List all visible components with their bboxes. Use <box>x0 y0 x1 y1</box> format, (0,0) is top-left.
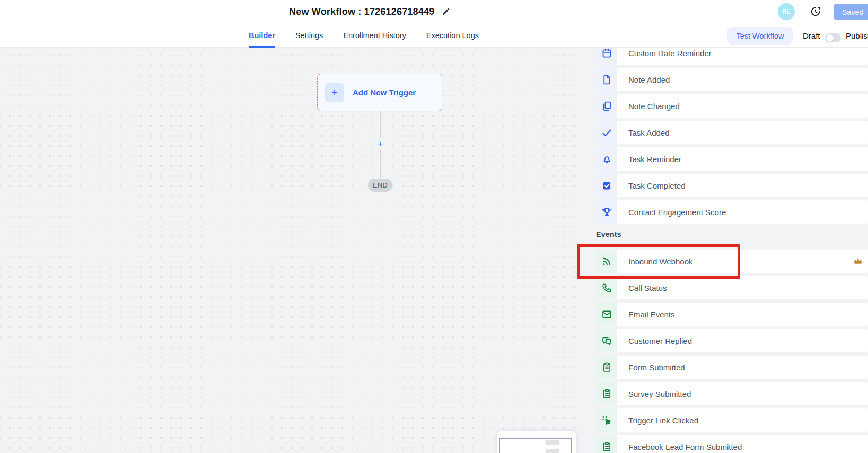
publish-label: Publish <box>846 23 868 48</box>
trigger-item-note-added[interactable]: Note Added <box>596 68 868 91</box>
clipboard-icon <box>601 388 612 399</box>
bell-icon <box>601 154 612 165</box>
note-icon <box>601 74 612 85</box>
plus-icon: + <box>325 83 344 102</box>
saved-button[interactable]: Saved <box>834 4 868 20</box>
minimap-node-bar <box>546 449 559 453</box>
tab-settings[interactable]: Settings <box>295 23 323 48</box>
minimap-node-bar <box>546 440 559 445</box>
toggle-knob <box>826 34 834 42</box>
avatar[interactable]: RL <box>778 3 795 20</box>
trigger-sidebar: Custom Date Reminder Note Added Note Cha… <box>583 48 868 453</box>
trigger-item-task-added[interactable]: Task Added <box>596 121 868 144</box>
workflow-canvas[interactable]: + Add New Trigger + END <box>0 48 583 453</box>
add-step-plus-icon[interactable]: + <box>374 138 387 150</box>
draft-label: Draft <box>803 23 820 48</box>
edit-title-pencil-icon[interactable] <box>442 7 450 16</box>
trigger-item-custom-date-reminder[interactable]: Custom Date Reminder <box>596 48 868 65</box>
events-section-header: Events <box>596 230 868 238</box>
tab-enrollment-history[interactable]: Enrollment History <box>343 23 406 48</box>
version-history-clock-icon[interactable] <box>810 6 821 17</box>
app-header: New Workflow : 1726126718449 RL Saved <box>0 0 868 23</box>
calendar-icon <box>601 48 612 59</box>
trigger-item-form-submitted[interactable]: Form Submitted <box>596 356 868 379</box>
check-icon <box>601 127 612 138</box>
trigger-item-inbound-webhook[interactable]: Inbound Webhook <box>596 250 868 273</box>
trigger-item-contact-engagement-score[interactable]: Contact Engagement Score <box>596 200 868 224</box>
trigger-item-note-changed[interactable]: Note Changed <box>596 94 868 118</box>
tab-execution-logs[interactable]: Execution Logs <box>426 23 479 48</box>
page-title: New Workflow : 1726126718449 <box>289 6 434 17</box>
clipboard-icon <box>601 362 612 373</box>
tab-builder[interactable]: Builder <box>249 23 275 48</box>
note-changed-icon <box>601 101 612 112</box>
trigger-item-task-reminder[interactable]: Task Reminder <box>596 147 868 171</box>
trigger-item-customer-replied[interactable]: Customer Replied <box>596 329 868 352</box>
trigger-item-task-completed[interactable]: Task Completed <box>596 174 868 197</box>
trigger-item-trigger-link-clicked[interactable]: Trigger Link Clicked <box>596 408 868 432</box>
minimap-viewport[interactable] <box>499 438 572 453</box>
test-workflow-button[interactable]: Test Workflow <box>727 27 793 45</box>
webhook-icon <box>601 256 612 267</box>
end-node: END <box>368 179 392 192</box>
workflow-title-wrap: New Workflow : 1726126718449 <box>289 0 450 23</box>
trigger-item-facebook-lead-form-submitted[interactable]: Facebook Lead Form Submitted <box>596 435 868 453</box>
trigger-item-survey-submitted[interactable]: Survey Submitted <box>596 382 868 405</box>
tabs: Builder Settings Enrollment History Exec… <box>249 23 479 48</box>
clipboard-icon <box>601 441 612 452</box>
add-new-trigger-label: Add New Trigger <box>353 88 416 97</box>
minimap-panel <box>497 431 576 453</box>
chat-icon <box>601 335 612 347</box>
trophy-icon <box>601 207 612 218</box>
phone-icon <box>601 282 612 294</box>
checkbox-icon <box>601 180 612 191</box>
trigger-list: Custom Date Reminder Note Added Note Cha… <box>583 48 868 453</box>
premium-crown-icon <box>853 256 863 267</box>
trigger-item-email-events[interactable]: Email Events <box>596 303 868 326</box>
add-new-trigger-button[interactable]: + Add New Trigger <box>317 74 442 111</box>
cursor-click-icon <box>601 415 612 426</box>
publish-toggle[interactable] <box>825 33 841 42</box>
trigger-item-call-status[interactable]: Call Status <box>596 276 868 299</box>
tab-bar: Builder Settings Enrollment History Exec… <box>0 23 868 48</box>
mail-icon <box>601 309 612 320</box>
